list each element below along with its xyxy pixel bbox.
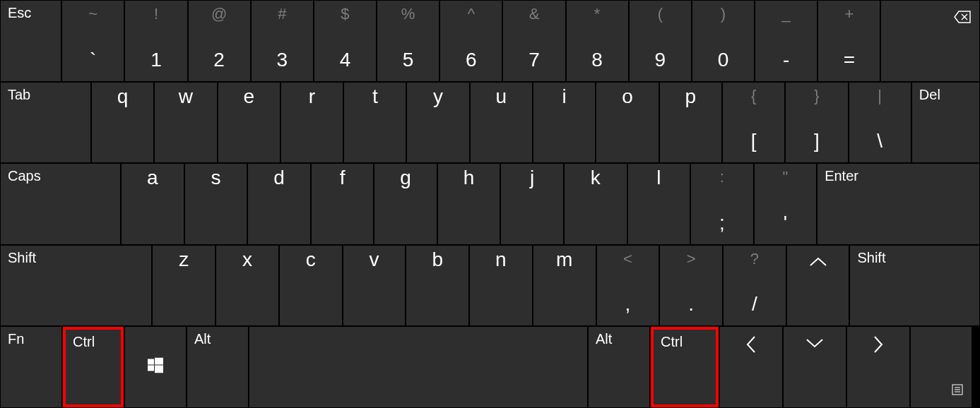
key-5-primary: 5 <box>403 49 414 71</box>
key-backslash[interactable]: |\ <box>849 83 911 163</box>
key-period[interactable]: >. <box>660 246 722 326</box>
key-up[interactable] <box>787 246 849 326</box>
key-shift-left[interactable]: Shift <box>1 246 151 326</box>
key-tab[interactable]: Tab <box>1 83 90 163</box>
key-b-label: b <box>432 248 443 271</box>
key-fn[interactable]: Fn <box>1 327 61 407</box>
key-i[interactable]: i <box>533 83 595 163</box>
key-del[interactable]: Del <box>912 83 979 163</box>
key-del-label: Del <box>919 87 940 103</box>
key-ctrl-right-label: Ctrl <box>661 334 683 350</box>
key-7[interactable]: &7 <box>503 1 565 81</box>
key-backslash-primary: \ <box>877 130 882 152</box>
key-semicolon[interactable]: :; <box>691 164 753 244</box>
key-semicolon-secondary: : <box>720 168 724 186</box>
key-d[interactable]: d <box>248 164 310 244</box>
key-p[interactable]: p <box>660 83 721 163</box>
key-l[interactable]: l <box>628 164 690 244</box>
key-comma[interactable]: <, <box>597 246 659 326</box>
arrow-up-icon <box>808 253 829 275</box>
key-4[interactable]: $4 <box>314 1 376 81</box>
key-9-primary: 9 <box>655 49 666 71</box>
key-enter[interactable]: Enter <box>817 164 979 244</box>
key-quote[interactable]: "' <box>755 164 817 244</box>
key-z[interactable]: z <box>153 246 215 326</box>
key-1[interactable]: !1 <box>125 1 187 81</box>
key-q[interactable]: q <box>92 83 153 163</box>
key-6[interactable]: ^6 <box>440 1 502 81</box>
key-alt-left-label: Alt <box>194 331 211 347</box>
on-screen-keyboard: Esc~`!1@2#3$4%5^6&7*8(9)0_-+=Tabqwertyui… <box>0 0 980 408</box>
keyboard-row: Shiftzxcvbnm<,>.?/Shift <box>0 245 980 327</box>
key-minus[interactable]: _- <box>755 1 817 81</box>
key-f[interactable]: f <box>312 164 374 244</box>
key-h[interactable]: h <box>438 164 500 244</box>
key-9[interactable]: (9 <box>630 1 691 81</box>
key-backspace[interactable] <box>881 1 979 81</box>
key-semicolon-primary: ; <box>719 212 725 234</box>
key-2[interactable]: @2 <box>189 1 250 81</box>
key-s[interactable]: s <box>185 164 247 244</box>
key-j[interactable]: j <box>501 164 563 244</box>
keyboard-row: Capsasdfghjkl:;"'Enter <box>0 163 980 245</box>
key-tab-label: Tab <box>8 87 30 103</box>
key-win[interactable] <box>125 327 186 407</box>
key-a[interactable]: a <box>122 164 184 244</box>
key-h-label: h <box>464 167 475 189</box>
menu-icon <box>952 384 963 395</box>
key-left-bracket[interactable]: {[ <box>723 83 784 163</box>
key-backtick-secondary: ~ <box>88 5 98 23</box>
key-u[interactable]: u <box>471 83 532 163</box>
key-esc[interactable]: Esc <box>1 1 61 81</box>
key-0[interactable]: )0 <box>692 1 754 81</box>
key-w[interactable]: w <box>155 83 216 163</box>
key-e[interactable]: e <box>218 83 280 163</box>
arrow-up-icon <box>808 254 829 270</box>
key-r-label: r <box>309 85 315 108</box>
keyboard-row: Tabqwertyuiop{[}]|\Del <box>0 82 980 164</box>
key-z-label: z <box>179 248 189 271</box>
key-8[interactable]: *8 <box>567 1 628 81</box>
key-t[interactable]: t <box>344 83 406 163</box>
key-m[interactable]: m <box>533 246 596 326</box>
key-right-bracket[interactable]: }] <box>786 83 847 163</box>
key-3[interactable]: #3 <box>252 1 313 81</box>
key-6-primary: 6 <box>466 49 477 71</box>
key-k[interactable]: k <box>565 164 627 244</box>
key-ctrl-left[interactable]: Ctrl <box>63 327 124 407</box>
key-r[interactable]: r <box>281 83 343 163</box>
key-menu[interactable] <box>911 327 972 407</box>
key-shift-right[interactable]: Shift <box>850 246 979 326</box>
key-t-label: t <box>372 85 378 108</box>
key-backtick[interactable]: ~` <box>62 1 124 81</box>
key-b[interactable]: b <box>406 246 468 326</box>
key-1-primary: 1 <box>150 49 162 71</box>
key-alt-right[interactable]: Alt <box>589 327 649 407</box>
key-v[interactable]: v <box>343 246 406 326</box>
key-left[interactable] <box>720 327 782 407</box>
key-y[interactable]: y <box>407 83 468 163</box>
key-ctrl-left-label: Ctrl <box>73 334 95 350</box>
key-minus-primary: - <box>783 49 789 71</box>
key-5[interactable]: %5 <box>377 1 439 81</box>
key-equals[interactable]: += <box>818 1 880 81</box>
key-g[interactable]: g <box>374 164 437 244</box>
key-c[interactable]: c <box>280 246 342 326</box>
key-slash[interactable]: ?/ <box>724 246 786 326</box>
key-w-label: w <box>179 85 193 108</box>
key-esc-label: Esc <box>8 5 31 21</box>
key-caps[interactable]: Caps <box>1 164 120 244</box>
key-x[interactable]: x <box>216 246 278 326</box>
key-space[interactable] <box>249 327 587 407</box>
key-right[interactable] <box>847 327 909 407</box>
svg-rect-2 <box>148 359 154 365</box>
key-o[interactable]: o <box>596 83 658 163</box>
key-period-secondary: > <box>687 250 696 268</box>
key-down[interactable] <box>784 327 846 407</box>
key-l-label: l <box>656 167 661 189</box>
key-4-secondary: $ <box>341 5 349 23</box>
key-ctrl-right[interactable]: Ctrl <box>651 327 719 407</box>
arrow-right-icon <box>870 334 886 355</box>
key-n[interactable]: n <box>470 246 532 326</box>
key-alt-left[interactable]: Alt <box>187 327 248 407</box>
